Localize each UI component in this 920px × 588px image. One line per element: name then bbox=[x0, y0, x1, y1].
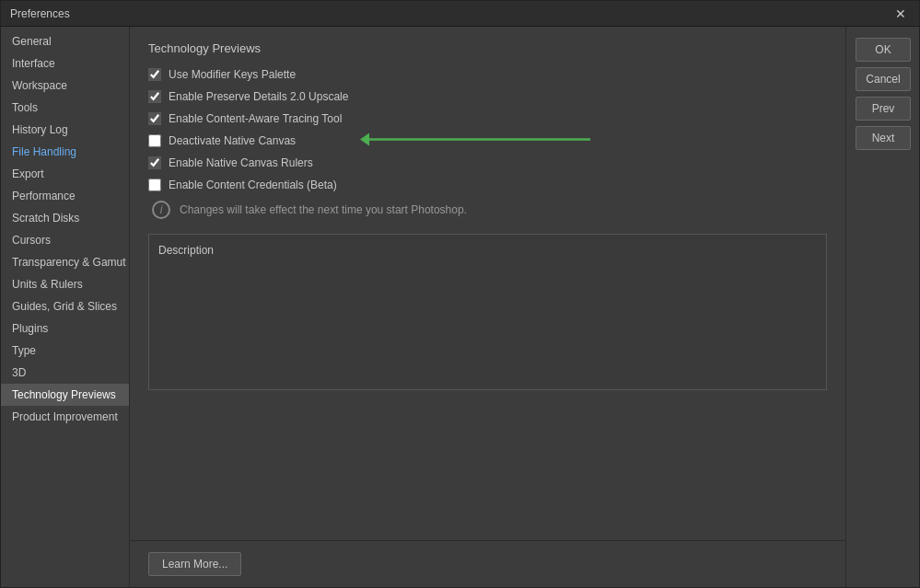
close-button[interactable]: ✕ bbox=[891, 7, 910, 20]
sidebar-item-scratch-disks[interactable]: Scratch Disks bbox=[1, 207, 129, 229]
checkbox-enable-native-canvas-rulers[interactable] bbox=[148, 156, 161, 169]
checkbox-label-enable-content-aware[interactable]: Enable Content-Aware Tracing Tool bbox=[169, 112, 342, 125]
cancel-button[interactable]: Cancel bbox=[856, 67, 911, 91]
sidebar-item-interface[interactable]: Interface bbox=[1, 52, 129, 75]
bottom-area: Learn More... bbox=[130, 540, 845, 587]
ok-button[interactable]: OK bbox=[856, 38, 911, 62]
learn-more-button[interactable]: Learn More... bbox=[148, 552, 241, 576]
dialog-title: Preferences bbox=[10, 7, 70, 20]
title-bar: Preferences ✕ bbox=[1, 1, 919, 27]
info-text: Changes will take effect the next time y… bbox=[180, 203, 467, 216]
checkbox-item-enable-native-canvas-rulers: Enable Native Canvas Rulers bbox=[148, 156, 827, 169]
sidebar-item-plugins[interactable]: Plugins bbox=[1, 317, 129, 340]
sidebar-item-technology-previews[interactable]: Technology Previews bbox=[1, 384, 129, 406]
sidebar-item-units-rulers[interactable]: Units & Rulers bbox=[1, 273, 129, 295]
checkboxes-container: Use Modifier Keys PaletteEnable Preserve… bbox=[148, 68, 827, 191]
checkbox-item-enable-content-credentials: Enable Content Credentials (Beta) bbox=[148, 179, 827, 191]
section-title: Technology Previews bbox=[148, 41, 827, 55]
content-area: Technology Previews Use Modifier Keys Pa… bbox=[130, 27, 845, 540]
sidebar-item-transparency-gamut[interactable]: Transparency & Gamut bbox=[1, 251, 129, 273]
checkbox-item-deactivate-native-canvas: Deactivate Native Canvas bbox=[148, 134, 827, 147]
sidebar-item-product-improvement[interactable]: Product Improvement bbox=[1, 406, 129, 428]
next-button[interactable]: Next bbox=[856, 126, 911, 150]
checkbox-enable-content-credentials[interactable] bbox=[148, 179, 161, 191]
description-title: Description bbox=[158, 244, 817, 257]
checkbox-label-enable-content-credentials[interactable]: Enable Content Credentials (Beta) bbox=[169, 179, 337, 191]
sidebar-item-general[interactable]: General bbox=[1, 30, 129, 52]
sidebar-item-file-handling[interactable]: File Handling bbox=[1, 141, 129, 163]
sidebar-item-export[interactable]: Export bbox=[1, 163, 129, 185]
dialog-body: GeneralInterfaceWorkspaceToolsHistory Lo… bbox=[1, 27, 919, 587]
sidebar-item-guides-grid-slices[interactable]: Guides, Grid & Slices bbox=[1, 295, 129, 317]
sidebar: GeneralInterfaceWorkspaceToolsHistory Lo… bbox=[1, 27, 130, 587]
checkbox-enable-content-aware[interactable] bbox=[148, 112, 161, 125]
sidebar-item-cursors[interactable]: Cursors bbox=[1, 229, 129, 251]
checkbox-item-enable-preserve-details: Enable Preserve Details 2.0 Upscale bbox=[148, 90, 827, 103]
checkbox-use-modifier-keys[interactable] bbox=[148, 68, 161, 81]
prev-button[interactable]: Prev bbox=[856, 97, 911, 121]
description-area: Description bbox=[148, 234, 827, 390]
checkbox-label-deactivate-native-canvas[interactable]: Deactivate Native Canvas bbox=[169, 134, 296, 147]
checkbox-enable-preserve-details[interactable] bbox=[148, 90, 161, 103]
main-content: Technology Previews Use Modifier Keys Pa… bbox=[130, 27, 845, 587]
sidebar-item-history-log[interactable]: History Log bbox=[1, 119, 129, 141]
right-buttons: OK Cancel Prev Next bbox=[845, 27, 919, 587]
sidebar-item-performance[interactable]: Performance bbox=[1, 185, 129, 207]
checkbox-label-enable-preserve-details[interactable]: Enable Preserve Details 2.0 Upscale bbox=[169, 90, 348, 103]
checkbox-deactivate-native-canvas[interactable] bbox=[148, 134, 161, 147]
checkbox-item-enable-content-aware: Enable Content-Aware Tracing Tool bbox=[148, 112, 827, 125]
sidebar-item-tools[interactable]: Tools bbox=[1, 97, 129, 119]
checkbox-label-enable-native-canvas-rulers[interactable]: Enable Native Canvas Rulers bbox=[169, 156, 313, 169]
sidebar-item-workspace[interactable]: Workspace bbox=[1, 75, 129, 97]
preferences-dialog: Preferences ✕ GeneralInterfaceWorkspaceT… bbox=[0, 0, 920, 588]
info-icon: i bbox=[152, 201, 170, 219]
checkbox-label-use-modifier-keys[interactable]: Use Modifier Keys Palette bbox=[169, 68, 296, 81]
info-row: i Changes will take effect the next time… bbox=[148, 201, 827, 219]
sidebar-item-3d[interactable]: 3D bbox=[1, 362, 129, 384]
svg-marker-1 bbox=[360, 133, 369, 146]
checkbox-item-use-modifier-keys: Use Modifier Keys Palette bbox=[148, 68, 827, 81]
arrow-annotation bbox=[360, 126, 600, 156]
sidebar-item-type[interactable]: Type bbox=[1, 340, 129, 362]
